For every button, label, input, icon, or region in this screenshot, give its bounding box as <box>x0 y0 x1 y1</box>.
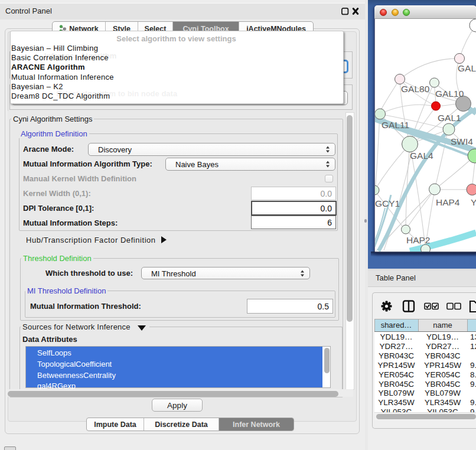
svg-text:SWI4: SWI4 <box>451 136 473 146</box>
svg-text:GAL4: GAL4 <box>410 151 433 161</box>
svg-text:GAL1: GAL1 <box>438 113 461 123</box>
svg-text:HAP2: HAP2 <box>406 235 431 245</box>
svg-text:GAL11: GAL11 <box>382 120 409 130</box>
svg-text:GAL10: GAL10 <box>435 89 464 99</box>
svg-text:GAL80: GAL80 <box>401 84 430 94</box>
svg-text:HAP4: HAP4 <box>436 197 460 207</box>
svg-text:GCY1: GCY1 <box>375 198 400 208</box>
svg-text:GAL2: GAL2 <box>458 63 476 73</box>
svg-text:YB: YB <box>471 197 476 207</box>
